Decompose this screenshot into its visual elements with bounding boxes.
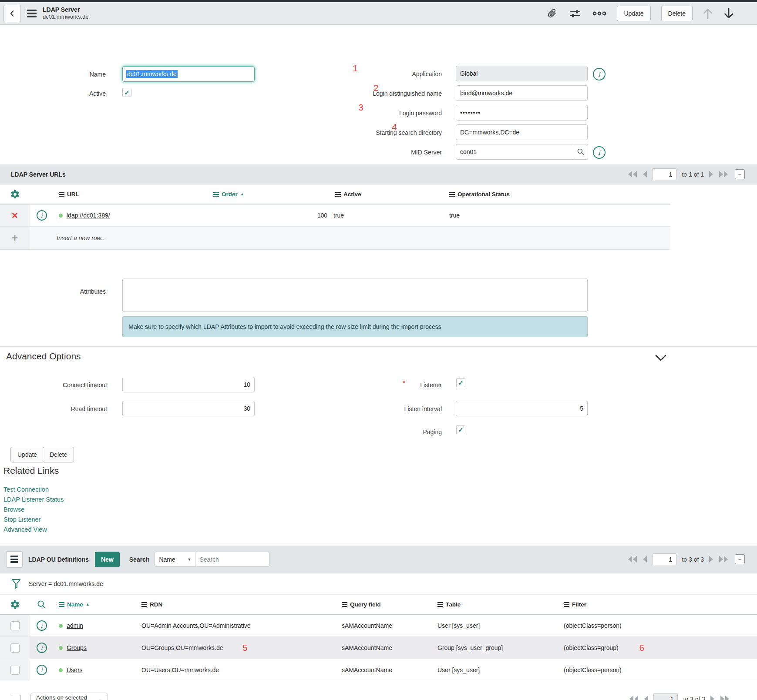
urls-page-input[interactable] xyxy=(652,168,676,180)
attachment-button[interactable] xyxy=(546,8,558,19)
ou-gear-button[interactable] xyxy=(0,595,30,614)
row-checkbox[interactable] xyxy=(10,621,20,630)
actions-on-rows-select[interactable]: Actions on selected rows... ▼ xyxy=(30,693,108,700)
ou-name-link[interactable]: Users xyxy=(67,667,83,673)
more-options-button[interactable] xyxy=(592,10,606,17)
header-update-button[interactable]: Update xyxy=(617,6,650,21)
url-status-value: true xyxy=(444,204,670,226)
insert-new-row[interactable]: + Insert a new row... xyxy=(0,227,670,250)
related-link-advanced-view[interactable]: Advanced View xyxy=(3,525,64,535)
related-link-browse[interactable]: Browse xyxy=(3,505,64,515)
url-order-value: 100 xyxy=(208,204,330,226)
read-timeout-label: Read timeout xyxy=(0,405,107,413)
list-search-input[interactable] xyxy=(195,552,269,567)
search-field-select[interactable]: Name ▼ xyxy=(155,552,195,567)
search-icon xyxy=(37,600,46,609)
delete-row-icon[interactable]: ✕ xyxy=(11,211,18,220)
next-page-icon[interactable] xyxy=(710,696,715,700)
ou-list-menu-button[interactable] xyxy=(6,551,23,568)
update-button[interactable]: Update xyxy=(10,447,44,462)
next-page-icon[interactable] xyxy=(709,556,713,563)
prev-page-icon[interactable] xyxy=(643,556,647,563)
name-input[interactable]: dc01.mmworks.de xyxy=(122,66,255,82)
row-info-icon[interactable]: i xyxy=(37,620,47,631)
scroll-up-button[interactable] xyxy=(702,7,713,20)
ou-col-table[interactable]: Table xyxy=(432,595,558,614)
row-checkbox[interactable] xyxy=(10,643,20,653)
connect-timeout-input[interactable] xyxy=(122,377,255,392)
urls-table: URL Order▲ Active Operational Status ✕ i… xyxy=(0,184,670,250)
related-link-ldap-listener-status[interactable]: LDAP Listener Status xyxy=(3,495,64,505)
minimize-list-icon[interactable]: − xyxy=(735,554,745,564)
ou-col-filter[interactable]: Filter xyxy=(558,595,757,614)
ou-name-link[interactable]: admin xyxy=(67,622,83,629)
ou-col-query[interactable]: Query field xyxy=(336,595,432,614)
row-info-icon[interactable]: i xyxy=(37,665,47,675)
prev-page-icon[interactable] xyxy=(643,171,647,178)
record-status-dot-icon xyxy=(59,624,63,628)
select-all-checkbox[interactable] xyxy=(12,695,21,700)
ou-bottom-page-input[interactable] xyxy=(653,693,678,700)
urls-col-active[interactable]: Active xyxy=(330,184,444,204)
add-row-icon[interactable]: + xyxy=(12,233,18,243)
ou-query-value: sAMAccountName xyxy=(336,659,432,681)
attributes-textarea[interactable] xyxy=(122,278,588,312)
prev-page-icon[interactable] xyxy=(644,696,648,700)
filter-breadcrumb[interactable]: Server = dc01.mmworks.de xyxy=(29,580,103,587)
first-page-icon[interactable] xyxy=(629,696,639,700)
ou-filter-value: (objectClass=group) xyxy=(564,644,619,651)
last-page-icon[interactable] xyxy=(720,696,729,700)
minimize-list-icon[interactable]: − xyxy=(735,169,745,179)
mid-server-input[interactable] xyxy=(456,144,573,160)
urls-col-order[interactable]: Order▲ xyxy=(208,184,330,204)
ou-col-name[interactable]: Name▲ xyxy=(54,595,136,614)
form-context-menu-icon[interactable] xyxy=(27,10,37,17)
next-page-icon[interactable] xyxy=(709,171,713,178)
related-link-stop-listener[interactable]: Stop Listener xyxy=(3,515,64,525)
row-info-icon[interactable]: i xyxy=(37,643,47,653)
first-page-icon[interactable] xyxy=(628,556,637,563)
ou-search-rows-button[interactable] xyxy=(30,595,54,614)
ou-table-value: User [sys_user] xyxy=(432,615,558,636)
login-password-input[interactable] xyxy=(456,105,588,121)
row-info-icon[interactable]: i xyxy=(37,210,47,221)
active-checkbox[interactable] xyxy=(122,88,131,97)
ou-table-header: Name▲ RDN Query field Table Filter xyxy=(0,595,757,615)
listener-checkbox[interactable] xyxy=(456,378,465,387)
listen-interval-input[interactable] xyxy=(456,401,588,416)
back-button[interactable] xyxy=(3,5,21,22)
urls-col-url[interactable]: URL xyxy=(54,184,208,204)
filter-funnel-icon[interactable] xyxy=(11,579,21,589)
row-checkbox[interactable] xyxy=(10,666,20,675)
personalize-form-button[interactable] xyxy=(569,8,581,19)
mid-server-info-icon[interactable]: i xyxy=(593,146,606,159)
ou-page-input[interactable] xyxy=(652,553,676,565)
application-label: Application xyxy=(305,70,442,78)
mid-server-lookup-button[interactable] xyxy=(573,144,588,160)
column-menu-icon xyxy=(141,602,147,607)
login-dn-input[interactable] xyxy=(456,85,588,101)
header-delete-button[interactable]: Delete xyxy=(661,6,693,21)
first-page-icon[interactable] xyxy=(628,171,637,178)
ou-col-rdn[interactable]: RDN xyxy=(136,595,336,614)
delete-button[interactable]: Delete xyxy=(43,447,74,462)
ou-query-value: sAMAccountName xyxy=(336,615,432,636)
search-directory-input[interactable] xyxy=(456,124,588,140)
related-link-test-connection[interactable]: Test Connection xyxy=(3,485,64,495)
record-subtitle: dc01.mmworks.de xyxy=(43,13,88,20)
ou-name-link[interactable]: Groups xyxy=(67,644,87,651)
application-info-icon[interactable]: i xyxy=(593,68,606,80)
scroll-down-button[interactable] xyxy=(723,7,734,20)
last-page-icon[interactable] xyxy=(719,556,728,563)
new-button[interactable]: New xyxy=(95,552,120,567)
column-menu-icon xyxy=(335,192,341,197)
last-page-icon[interactable] xyxy=(719,171,728,178)
read-timeout-input[interactable] xyxy=(122,401,255,416)
url-link[interactable]: ldap://dc01:389/ xyxy=(67,212,110,219)
urls-gear-button[interactable] xyxy=(0,184,30,204)
urls-col-status[interactable]: Operational Status xyxy=(444,184,670,204)
urls-page-range: to 1 of 1 xyxy=(682,171,704,178)
paging-checkbox[interactable] xyxy=(456,425,465,434)
attributes-info-message: Make sure to specify which LDAP Attribut… xyxy=(122,316,588,337)
collapse-section-chevron-icon[interactable] xyxy=(655,354,667,362)
